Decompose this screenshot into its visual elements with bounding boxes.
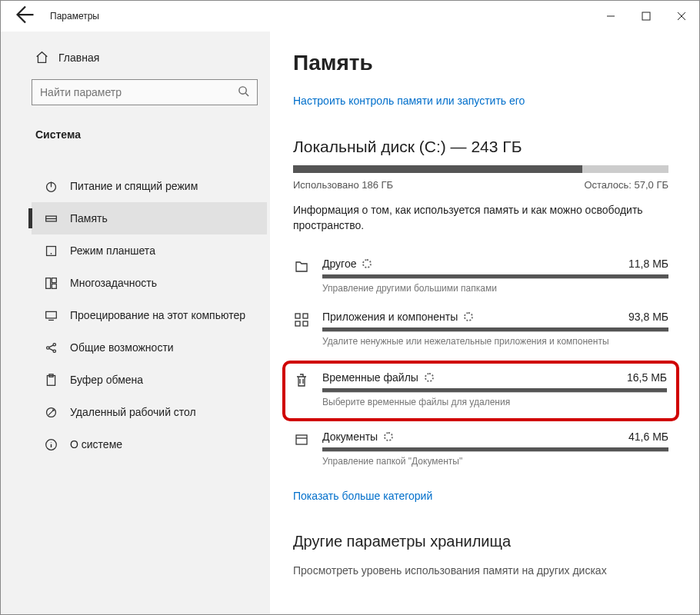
- sidebar-item-clipboard[interactable]: Буфер обмена: [32, 364, 267, 396]
- clipboard-icon: [44, 374, 58, 387]
- sidebar-item-label: Общие возможности: [70, 341, 174, 354]
- disk-usage-labels: Использовано 186 ГБ Осталось: 57,0 ГБ: [293, 179, 668, 191]
- category-sub: Управление папкой "Документы": [322, 456, 668, 467]
- loading-spinner-icon: [425, 373, 434, 382]
- sidebar-item-label: Питание и спящий режим: [70, 180, 198, 192]
- back-button[interactable]: [16, 5, 35, 27]
- folder-icon: [293, 259, 310, 274]
- info-icon: [44, 438, 58, 451]
- storage-description: Информация о том, как используется памят…: [293, 203, 668, 233]
- category-name: Другое: [322, 258, 356, 270]
- sidebar-item-about[interactable]: О системе: [32, 428, 267, 460]
- sidebar-item-remote[interactable]: Удаленный рабочий стол: [32, 396, 267, 428]
- sidebar-item-tablet[interactable]: Режим планшета: [32, 234, 267, 267]
- svg-rect-20: [303, 321, 308, 326]
- svg-point-11: [53, 343, 55, 345]
- other-storage-description: Просмотреть уровень использования памяти…: [293, 564, 668, 577]
- project-icon: [44, 309, 58, 322]
- share-icon: [44, 341, 58, 354]
- category-size: 93,8 МБ: [628, 311, 668, 323]
- home-icon: [35, 51, 48, 64]
- loading-spinner-icon: [384, 432, 393, 441]
- used-label: Использовано 186 ГБ: [293, 179, 393, 191]
- loading-spinner-icon: [464, 312, 473, 321]
- svg-rect-18: [303, 314, 308, 318]
- sidebar-item-power[interactable]: Питание и спящий режим: [32, 170, 267, 202]
- svg-rect-19: [295, 321, 300, 326]
- minimize-icon: [606, 12, 615, 21]
- free-label: Осталось: 57,0 ГБ: [584, 179, 668, 191]
- other-storage-section-title: Другие параметры хранилища: [293, 533, 668, 550]
- close-icon: [677, 12, 686, 21]
- category-documents[interactable]: Документы 41,6 МБ Управление папкой "Док…: [293, 424, 668, 477]
- apps-icon: [293, 312, 310, 327]
- show-more-categories-link[interactable]: Показать больше категорий: [293, 490, 668, 502]
- category-name: Документы: [322, 430, 378, 443]
- category-name: Приложения и компоненты: [322, 311, 458, 323]
- page-title: Память: [293, 51, 668, 75]
- category-sub: Управление другими большими папками: [322, 283, 668, 294]
- svg-rect-17: [295, 314, 300, 318]
- category-size: 16,5 МБ: [627, 371, 667, 384]
- disk-usage-bar: [293, 165, 668, 173]
- svg-rect-21: [296, 435, 307, 444]
- search-box[interactable]: [32, 79, 258, 105]
- sidebar-item-label: Удаленный рабочий стол: [70, 406, 196, 418]
- search-icon: [238, 85, 249, 99]
- sidebar-item-label: Многозадачность: [70, 277, 157, 289]
- svg-point-5: [50, 253, 52, 254]
- svg-point-1: [239, 87, 246, 94]
- documents-icon: [293, 432, 310, 447]
- category-sub: Удалите ненужные или нежелательные прило…: [322, 336, 668, 347]
- content: Память Настроить контроль памяти или зап…: [270, 32, 699, 614]
- arrow-left-icon: [16, 5, 35, 24]
- category-size: 41,6 МБ: [628, 430, 668, 443]
- close-button[interactable]: [664, 1, 699, 32]
- loading-spinner-icon: [362, 259, 372, 268]
- sidebar-home-label: Главная: [58, 52, 99, 64]
- sidebar-item-projecting[interactable]: Проецирование на этот компьютер: [32, 299, 267, 331]
- titlebar: Параметры: [1, 1, 699, 32]
- sidebar-item-multitask[interactable]: Многозадачность: [32, 267, 267, 299]
- maximize-icon: [642, 12, 651, 21]
- svg-rect-8: [52, 284, 56, 288]
- storage-icon: [44, 212, 58, 225]
- svg-rect-6: [45, 278, 50, 288]
- sidebar-item-cut[interactable]: [32, 156, 267, 170]
- multitask-icon: [44, 277, 58, 290]
- sidebar-item-storage[interactable]: Память: [32, 202, 267, 234]
- sidebar-item-label: Память: [70, 212, 108, 224]
- sidebar-item-label: Проецирование на этот компьютер: [70, 309, 245, 321]
- sidebar-section-title: Система: [32, 128, 267, 141]
- disk-title: Локальный диск (C:) — 243 ГБ: [293, 138, 668, 156]
- maximize-button[interactable]: [628, 1, 664, 32]
- remote-icon: [44, 406, 58, 419]
- sidebar-home[interactable]: Главная: [32, 51, 267, 64]
- sidebar-item-label: Буфер обмена: [70, 374, 143, 386]
- configure-storage-sense-link[interactable]: Настроить контроль памяти или запустить …: [293, 95, 668, 107]
- category-other[interactable]: Другое 11,8 МБ Управление другими больши…: [293, 251, 668, 304]
- category-name: Временные файлы: [322, 371, 418, 384]
- category-size: 11,8 МБ: [628, 258, 668, 270]
- window-title: Параметры: [50, 11, 593, 22]
- category-temp-files[interactable]: Временные файлы 16,5 МБ Выберите временн…: [282, 361, 679, 421]
- sidebar-item-label: Режим планшета: [70, 244, 155, 257]
- sidebar-item-shared[interactable]: Общие возможности: [32, 331, 267, 364]
- sidebar-item-label: О системе: [70, 438, 122, 450]
- svg-rect-0: [642, 12, 650, 20]
- minimize-button[interactable]: [593, 1, 628, 32]
- category-sub: Выберите временные файлы для удаления: [322, 397, 667, 407]
- window-controls: [593, 1, 699, 32]
- svg-rect-7: [52, 278, 56, 282]
- svg-rect-9: [45, 311, 56, 318]
- svg-point-12: [53, 350, 55, 352]
- category-apps[interactable]: Приложения и компоненты 93,8 МБ Удалите …: [293, 304, 668, 357]
- power-icon: [44, 180, 58, 193]
- tablet-icon: [44, 244, 58, 258]
- search-input[interactable]: [40, 86, 238, 98]
- trash-icon: [293, 373, 310, 388]
- sidebar: Главная Система Питание и спящий режим П…: [1, 32, 270, 614]
- svg-point-10: [46, 346, 48, 348]
